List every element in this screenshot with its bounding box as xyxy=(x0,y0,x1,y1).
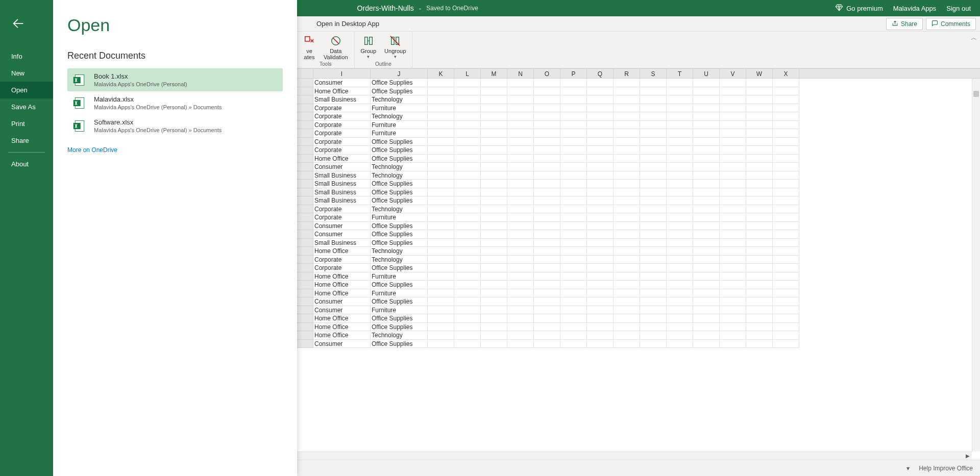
cell[interactable] xyxy=(428,297,454,306)
cell[interactable] xyxy=(640,163,667,171)
cell[interactable] xyxy=(534,272,560,281)
cell[interactable] xyxy=(454,289,481,298)
cell[interactable] xyxy=(507,155,534,163)
cell[interactable] xyxy=(428,155,454,163)
cell[interactable]: Corporate xyxy=(313,104,371,113)
cell[interactable] xyxy=(428,222,454,231)
cell[interactable] xyxy=(560,340,587,348)
cell[interactable] xyxy=(428,213,454,222)
cell[interactable] xyxy=(428,112,454,121)
row-header[interactable] xyxy=(297,281,313,289)
cell[interactable] xyxy=(773,256,799,264)
cell[interactable] xyxy=(481,188,507,197)
cell[interactable] xyxy=(507,146,534,155)
row-header[interactable] xyxy=(297,196,313,205)
cell[interactable] xyxy=(534,247,560,256)
cell[interactable] xyxy=(534,289,560,298)
row-header[interactable] xyxy=(297,323,313,332)
cell[interactable] xyxy=(693,256,720,264)
row-header[interactable] xyxy=(297,222,313,231)
cell[interactable] xyxy=(720,104,746,113)
cell[interactable] xyxy=(587,281,614,289)
cell[interactable]: Consumer xyxy=(313,297,371,306)
row-header[interactable] xyxy=(297,272,313,281)
row-header[interactable] xyxy=(297,171,313,180)
cell[interactable] xyxy=(587,205,614,214)
cell[interactable] xyxy=(454,129,481,138)
cell[interactable] xyxy=(454,104,481,113)
cell[interactable] xyxy=(640,146,667,155)
cell[interactable] xyxy=(746,272,773,281)
cell[interactable] xyxy=(534,129,560,138)
cell[interactable] xyxy=(614,340,640,348)
cell[interactable] xyxy=(428,205,454,214)
cell[interactable] xyxy=(534,205,560,214)
cell[interactable] xyxy=(614,146,640,155)
cell[interactable] xyxy=(560,314,587,323)
cell[interactable] xyxy=(720,297,746,306)
cell[interactable] xyxy=(614,323,640,332)
cell[interactable] xyxy=(481,281,507,289)
row-header[interactable] xyxy=(297,340,313,348)
row-header[interactable] xyxy=(297,87,313,96)
row-header[interactable] xyxy=(297,314,313,323)
cell[interactable] xyxy=(560,297,587,306)
open-in-desktop-link[interactable]: Open in Desktop App xyxy=(316,20,379,28)
cell[interactable] xyxy=(507,256,534,264)
cell[interactable]: Home Office xyxy=(313,281,371,289)
recent-document-item[interactable]: Malavida.xlsx Malavida Apps's OneDrive (… xyxy=(67,91,283,114)
cell[interactable] xyxy=(428,129,454,138)
cell[interactable]: Furniture xyxy=(371,306,428,315)
cell[interactable]: Technology xyxy=(371,95,428,104)
comments-button[interactable]: Comments xyxy=(926,18,976,30)
cell[interactable]: Technology xyxy=(371,256,428,264)
cell[interactable] xyxy=(773,79,799,87)
cell[interactable] xyxy=(667,205,693,214)
cell[interactable] xyxy=(693,222,720,231)
cell[interactable]: Consumer xyxy=(313,163,371,171)
cell[interactable] xyxy=(454,306,481,315)
cell[interactable] xyxy=(587,196,614,205)
row-header[interactable] xyxy=(297,289,313,298)
cell[interactable] xyxy=(454,323,481,332)
cell[interactable] xyxy=(720,112,746,121)
cell[interactable] xyxy=(720,331,746,340)
cell[interactable] xyxy=(560,95,587,104)
cell[interactable] xyxy=(481,180,507,188)
row-header[interactable] xyxy=(297,188,313,197)
cell[interactable] xyxy=(720,95,746,104)
cell[interactable] xyxy=(587,272,614,281)
go-premium-button[interactable]: Go premium xyxy=(835,4,883,13)
cell[interactable] xyxy=(428,138,454,146)
cell[interactable] xyxy=(428,196,454,205)
cell[interactable] xyxy=(507,272,534,281)
cell[interactable] xyxy=(640,256,667,264)
row-header[interactable] xyxy=(297,306,313,315)
cell[interactable] xyxy=(534,155,560,163)
cell[interactable] xyxy=(428,163,454,171)
cell[interactable] xyxy=(507,112,534,121)
cell[interactable] xyxy=(720,314,746,323)
cell[interactable] xyxy=(454,272,481,281)
cell[interactable] xyxy=(667,112,693,121)
cell[interactable] xyxy=(428,171,454,180)
cell[interactable] xyxy=(454,256,481,264)
cell[interactable] xyxy=(746,222,773,231)
cell[interactable] xyxy=(454,314,481,323)
cell[interactable] xyxy=(428,314,454,323)
cell[interactable] xyxy=(773,331,799,340)
cell[interactable] xyxy=(454,281,481,289)
cell[interactable]: Corporate xyxy=(313,256,371,264)
cell[interactable] xyxy=(454,95,481,104)
cell[interactable] xyxy=(667,155,693,163)
cell[interactable] xyxy=(481,340,507,348)
cell[interactable] xyxy=(667,129,693,138)
share-button[interactable]: Share xyxy=(886,18,923,30)
cell[interactable] xyxy=(720,222,746,231)
cell[interactable] xyxy=(773,87,799,96)
cell[interactable] xyxy=(454,188,481,197)
cell[interactable] xyxy=(746,95,773,104)
cell[interactable] xyxy=(693,281,720,289)
cell[interactable] xyxy=(481,222,507,231)
cell[interactable] xyxy=(587,87,614,96)
